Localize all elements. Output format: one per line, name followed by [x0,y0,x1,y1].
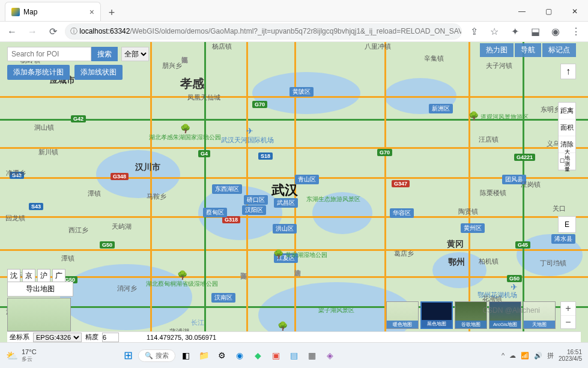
search-input[interactable] [7,47,91,61]
zoom-in-button[interactable]: + [561,302,575,315]
city-shortcuts: 沈 京 沪 广 [7,269,65,282]
dist-huangpi: 黄陂区 [289,87,314,97]
t-baiqi: 柏机镇 [479,257,499,266]
profile-icon[interactable]: ◉ [547,23,564,40]
tool-distance[interactable]: 距离 [559,103,575,119]
app-icon[interactable]: ◆ [250,348,265,363]
search-box: 搜索 全部 [7,47,149,61]
tab-navigation[interactable]: 导航 [515,43,541,57]
t-fuzi: 夫子河镇 [486,61,512,70]
export-map-button[interactable]: 导出地图 [7,282,73,297]
new-tab-button[interactable]: + [103,4,120,21]
edge-icon[interactable]: ◉ [232,348,247,363]
url-field[interactable]: ⓘ localhost:63342/WebGIS/oldemo/demos/Ga… [65,23,462,40]
tool-east[interactable]: E [558,216,576,233]
settings-icon[interactable]: ⚙ [214,348,229,363]
dist-qingshan: 青山区 [295,175,319,184]
dist-caidian: 蔡甸区 [203,208,227,217]
city-shanghai[interactable]: 沪 [37,269,50,282]
maximize-button[interactable]: ▢ [535,2,562,21]
category-select[interactable]: 全部 [121,47,149,61]
zoom-out-button[interactable]: − [561,315,575,328]
overview-minimap[interactable] [7,298,71,331]
explorer-icon[interactable]: 📁 [196,348,211,363]
crs-label: 坐标系 [10,333,29,342]
add-line-chart-button[interactable]: 添加线状图 [74,65,123,80]
city-huanggang: 黄冈 [447,239,464,250]
top-tabs: 热力图 导航 标记点 [480,43,576,57]
browser-tab[interactable]: Map × [5,2,101,21]
menu-icon[interactable]: ⋮ [568,23,584,40]
map-canvas[interactable]: G42 G70 G4 G70 G4221 G50 G45 G50 G50 G04… [0,42,588,342]
poi-ehuahu: 鄂州花湖机场 [477,291,517,300]
tree-icon: 🌳 [180,124,190,133]
city-guangzhou[interactable]: 广 [52,269,65,282]
poi-liangzi: 梁子湖风景区 [309,306,363,315]
back-button[interactable]: ← [4,23,20,40]
wifi-icon[interactable]: 📶 [521,352,529,360]
add-bar-chart-button[interactable]: 添加条形统计图 [7,65,70,80]
ime-icon[interactable]: 拼 [547,351,554,360]
hwy-g4221: G4221 [514,154,535,161]
sun-icon: ⛅ [6,350,18,361]
t-gedian: 葛店乡 [394,249,414,258]
poi-zhuhu: 🌳湖北孝感朱湖国家湿地公园 [149,124,221,142]
poi-daoguan: 🌳 道观河风景旅游区 [462,111,535,121]
search-button[interactable]: 搜索 [91,47,118,61]
basemap-arcgis[interactable]: ArcGis地图 [489,301,521,329]
app3-icon[interactable]: ▤ [286,348,302,363]
t-pengxing: 朋兴乡 [162,61,182,70]
weather-widget[interactable]: ⛅ 17°C 多云 [6,348,37,363]
tray-chevron-icon[interactable]: ^ [502,352,505,359]
basemap-tianditu[interactable]: 天地图 [523,301,556,329]
city-xiaogan: 孝感 [180,76,204,92]
basemap-google[interactable]: 谷歌地图 [455,301,487,329]
close-tab-icon[interactable]: × [89,7,94,17]
volume-icon[interactable]: 🔊 [534,352,542,360]
favorite-icon[interactable]: ☆ [486,23,503,40]
app4-icon[interactable]: ▦ [304,348,320,363]
system-tray[interactable]: ^ ☁ 📶 🔊 拼 16:51 2023/4/5 [502,349,582,362]
t-guan: 关口 [553,204,566,213]
app5-icon[interactable]: ◈ [322,348,338,363]
app2-icon[interactable]: ▣ [268,348,283,363]
tree-icon: 🌳 [277,321,288,331]
taskbar-search[interactable]: 🔍 搜索 [138,349,175,362]
minimize-button[interactable]: — [509,2,535,21]
tool-geodesic-checkbox[interactable]: ☐大地测量 [559,153,575,170]
tab-heatmap[interactable]: 热力图 [480,43,514,57]
tree-icon: 🌳 [177,270,187,280]
basemap-warm[interactable]: 暖色地图 [386,301,419,329]
task-view-icon[interactable]: ◧ [178,348,193,363]
windows-taskbar: ⛅ 17°C 多云 ⊞ 🔍 搜索 ◧ 📁 ⚙ ◉ ◆ ▣ ▤ ▦ ◈ ^ ☁ 📶… [0,342,588,368]
downloads-icon[interactable]: ⬓ [527,23,544,40]
zoom-control: + − [560,301,576,329]
hwy-g70: G70 [252,101,267,108]
hwy-s43b: S43 [29,203,43,210]
share-icon[interactable]: ⇪ [465,23,482,40]
extensions-icon[interactable]: ✦ [506,23,523,40]
crs-select[interactable]: EPSG:4326 [33,333,82,342]
t-fenghuang: 凤凰天仙城 [187,93,220,102]
tab-markers[interactable]: 标记点 [542,43,576,57]
start-button[interactable]: ⊞ [120,348,136,363]
basemap-dark[interactable]: 黑色地图 [420,301,453,329]
t-xinchuan: 新川镇 [38,148,58,157]
onedrive-icon[interactable]: ☁ [509,352,516,360]
precision-input[interactable] [102,333,119,342]
city-shenyang[interactable]: 沈 [7,269,20,282]
changjiang: 长江 [191,318,204,327]
close-window-button[interactable]: ✕ [562,2,588,21]
forward-button[interactable]: → [24,23,41,40]
north-arrow[interactable]: ↑ [560,64,576,79]
dist-xishui: 浠水县 [551,234,575,244]
t-matan2: 潭镇 [88,189,101,198]
tool-area[interactable]: 面积 [559,119,575,136]
city-beijing[interactable]: 京 [22,269,35,282]
dist-wuchang: 武昌区 [274,198,298,208]
dist-hannan: 汉南区 [211,293,235,303]
poi-jiajia: 🌳 黄家湖湿地公园 [273,249,327,259]
poi-airport: 武汉天河国际机场 [221,136,274,145]
mouse-coords: 114.479275, 30.056971 [147,334,216,341]
reload-button[interactable]: ⟳ [44,23,61,40]
